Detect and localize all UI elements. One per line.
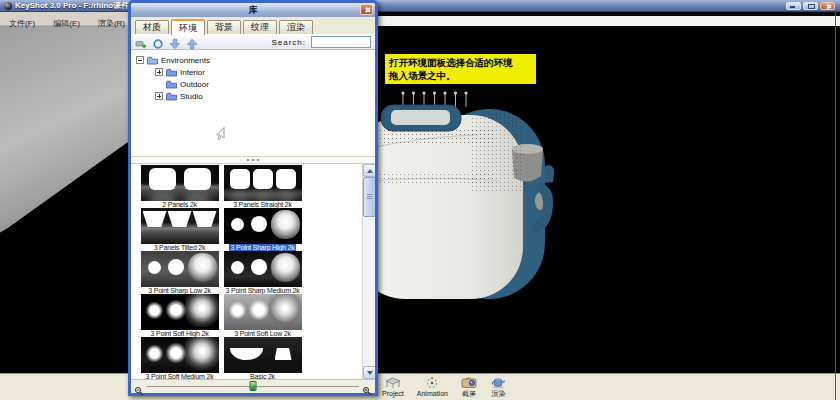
window-title: KeyShot 3.0 Pro - F:/rhino课件/渲	[15, 0, 139, 11]
toolbar-item-animation[interactable]: Animation	[417, 375, 448, 398]
env-thumbnail[interactable]	[224, 165, 302, 201]
panel-splitter[interactable]	[131, 156, 375, 164]
tab-textures[interactable]: 纹理	[243, 20, 277, 34]
add-to-library-icon[interactable]	[135, 36, 147, 48]
search-input[interactable]	[311, 36, 371, 48]
env-thumbnail[interactable]	[224, 208, 302, 244]
move-up-icon[interactable]	[186, 36, 198, 48]
close-button[interactable]	[820, 2, 835, 10]
env-thumbnail-label: 2 Panels 2k	[160, 201, 198, 208]
menu-bar-extension	[378, 12, 840, 26]
env-thumbnail-label: 3 Point Sharp Medium 2k	[224, 287, 302, 294]
tree-label: Outdoor	[180, 80, 209, 89]
toolbar-item-project[interactable]: Project	[382, 375, 404, 398]
env-thumbnail-label: 3 Point Soft Low 2k	[232, 330, 293, 337]
collapse-icon[interactable]	[136, 56, 144, 64]
tab-environments[interactable]: 环境	[171, 19, 205, 35]
env-thumbnail-cell: 3 Point Soft High 2k	[138, 294, 221, 337]
tree-label: Studio	[180, 92, 203, 101]
folder-icon	[166, 68, 177, 77]
scroll-down-icon[interactable]	[363, 366, 375, 379]
menu-item-0[interactable]: 文件(F)	[0, 17, 44, 30]
env-thumbnail-cell: 3 Point Soft Low 2k	[221, 294, 304, 337]
env-thumbnail-label: 3 Panels Tilted 2k	[152, 244, 208, 251]
window-right-edge	[835, 12, 836, 400]
env-thumbnail[interactable]	[224, 337, 302, 373]
grid-scrollbar[interactable]	[362, 164, 375, 379]
env-thumbnail[interactable]	[141, 165, 219, 201]
toolbar-item-screenshot[interactable]: 截屏	[461, 375, 477, 398]
window-controls	[786, 2, 835, 10]
folder-icon	[166, 92, 177, 101]
env-thumbnail-cell: 3 Point Soft Medium 2k	[138, 337, 221, 379]
scroll-up-icon[interactable]	[363, 164, 375, 177]
env-thumbnail-label: 3 Panels Straight 2k	[231, 201, 294, 208]
hint-tooltip: 打开环境面板选择合适的环境 拖入场景之中。	[384, 53, 537, 85]
tab-materials[interactable]: 材质	[135, 20, 169, 34]
refresh-icon[interactable]	[152, 36, 164, 48]
scrollbar-thumb[interactable]	[363, 177, 375, 217]
splitter-grip-icon	[252, 159, 254, 161]
tab-backplates[interactable]: 背景	[207, 20, 241, 34]
env-thumbnail-label: 3 Point Sharp High 2k	[229, 244, 297, 251]
env-thumbnail[interactable]	[224, 251, 302, 287]
env-thumbnail-cell: 3 Point Sharp Low 2k	[138, 251, 221, 294]
tree-item-environments[interactable]: Environments	[136, 54, 375, 66]
env-thumbnail-cell: 3 Point Sharp High 2k	[221, 208, 304, 251]
env-thumbnail[interactable]	[141, 208, 219, 244]
zoom-out-icon[interactable]	[134, 382, 144, 392]
tree-item-interior[interactable]: Interior	[136, 66, 375, 78]
3d-model[interactable]	[375, 85, 555, 305]
toolbar-item-label: Animation	[417, 389, 448, 398]
env-thumbnail-cell: 2 Panels 2k	[138, 165, 221, 208]
zoom-in-icon[interactable]	[362, 382, 372, 392]
tree-item-studio[interactable]: Studio	[136, 90, 375, 102]
toolbar-item-render[interactable]: 渲染	[490, 375, 507, 398]
expand-icon[interactable]	[155, 92, 163, 100]
expand-icon[interactable]	[155, 68, 163, 76]
menu-item-1[interactable]: 编辑(E)	[44, 17, 89, 30]
environment-tree: EnvironmentsInteriorOutdoorStudio	[131, 50, 375, 156]
panel-close-button[interactable]	[360, 4, 373, 15]
app-window: KeyShot 3.0 Pro - F:/rhino课件/渲 文件(F)编辑(E…	[0, 0, 840, 400]
menu-bar: 文件(F)编辑(E)渲染(R)查看(V)	[0, 12, 840, 26]
toolbar-item-label: 截屏	[462, 389, 476, 398]
folder-icon	[166, 80, 177, 89]
project-icon	[384, 375, 402, 389]
toolbar-item-label: Project	[382, 389, 404, 398]
env-thumbnail[interactable]	[141, 337, 219, 373]
animation-icon	[425, 375, 439, 389]
move-down-icon[interactable]	[169, 36, 181, 48]
tree-item-outdoor[interactable]: Outdoor	[136, 78, 375, 90]
env-thumbnail[interactable]	[224, 294, 302, 330]
env-thumbnail-cell: 3 Panels Tilted 2k	[138, 208, 221, 251]
library-panel-title: 库	[249, 4, 258, 17]
env-thumbnail-cell: 3 Panels Straight 2k	[221, 165, 304, 208]
keyshot-app-icon	[4, 2, 12, 10]
scene-backdrop	[0, 26, 130, 373]
library-panel: 库 材质环境背景纹理渲染 Search: EnvironmentsInterio…	[128, 0, 378, 396]
thumbnail-zoom-slider[interactable]	[131, 379, 375, 393]
toolbar-item-label: 渲染	[491, 389, 505, 398]
library-panel-titlebar[interactable]: 库	[131, 3, 375, 17]
env-thumbnail-cell: Basic 2k	[221, 337, 304, 379]
zoom-slider-handle[interactable]	[250, 381, 257, 391]
minimize-button[interactable]	[786, 2, 801, 10]
search-label: Search:	[271, 38, 306, 47]
env-thumbnail[interactable]	[141, 294, 219, 330]
maximize-button[interactable]	[803, 2, 818, 10]
bottom-toolbar: ProjectAnimation截屏渲染	[0, 373, 840, 400]
tree-label: Interior	[180, 68, 205, 77]
folder-open-icon	[147, 56, 158, 65]
library-toolbar: Search:	[131, 34, 375, 50]
tooltip-line-2: 拖入场景之中。	[389, 69, 532, 82]
mouse-cursor	[214, 127, 225, 143]
title-bar[interactable]: KeyShot 3.0 Pro - F:/rhino课件/渲	[0, 0, 840, 12]
screenshot-icon	[461, 375, 477, 389]
env-thumbnail-label: 3 Point Soft High 2k	[149, 330, 211, 337]
env-thumbnail[interactable]	[141, 251, 219, 287]
tab-renderings[interactable]: 渲染	[279, 20, 313, 34]
tree-label: Environments	[161, 56, 210, 65]
env-thumbnail-label: 3 Point Sharp Low 2k	[146, 287, 213, 294]
library-tab-bar: 材质环境背景纹理渲染	[131, 17, 375, 34]
